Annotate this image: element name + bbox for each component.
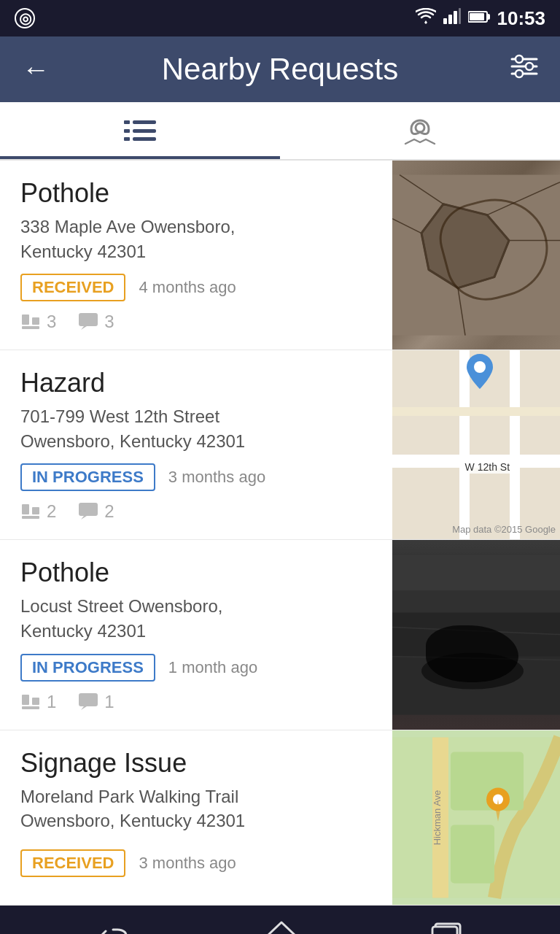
svg-rect-50 bbox=[392, 613, 560, 657]
svg-rect-38 bbox=[22, 504, 29, 514]
request-stats: 2 2 bbox=[20, 501, 372, 522]
svg-rect-13 bbox=[133, 120, 156, 124]
request-image: W 12th St Map data ©2015 Google bbox=[392, 350, 560, 539]
status-bar: ◎ 10:53 bbox=[0, 0, 560, 36]
request-title: Pothole bbox=[20, 557, 372, 588]
svg-rect-41 bbox=[79, 503, 98, 516]
request-image: Hickman Ave bbox=[392, 730, 560, 905]
wifi-icon bbox=[416, 8, 436, 28]
request-address: Moreland Park Walking TrailOwensboro, Ke… bbox=[20, 784, 372, 833]
svg-point-11 bbox=[526, 63, 533, 70]
filter-button[interactable] bbox=[510, 54, 538, 85]
status-badge: RECEIVED bbox=[20, 274, 125, 301]
request-item[interactable]: Pothole 338 Maple Ave Owensboro,Kentucky… bbox=[0, 161, 560, 350]
request-item[interactable]: Pothole Locust Street Owensboro,Kentucky… bbox=[0, 540, 560, 730]
request-image bbox=[392, 540, 560, 729]
back-nav-button[interactable] bbox=[96, 921, 132, 934]
svg-rect-49 bbox=[392, 591, 560, 613]
svg-rect-14 bbox=[133, 129, 156, 133]
back-button[interactable]: ← bbox=[22, 54, 50, 85]
tab-map[interactable] bbox=[280, 102, 560, 159]
svg-rect-20 bbox=[22, 314, 29, 325]
svg-rect-6 bbox=[470, 13, 484, 20]
request-title: Pothole bbox=[20, 178, 372, 209]
svg-point-42 bbox=[474, 361, 486, 373]
svg-rect-17 bbox=[124, 129, 130, 133]
svg-line-29 bbox=[458, 277, 494, 288]
request-address: 338 Maple Ave Owensboro,Kentucky 42301 bbox=[20, 215, 372, 263]
svg-rect-21 bbox=[32, 317, 39, 325]
svg-rect-24 bbox=[392, 175, 560, 336]
tab-list[interactable] bbox=[0, 102, 280, 159]
svg-point-51 bbox=[421, 653, 524, 690]
request-stats: 1 1 bbox=[20, 692, 372, 712]
tab-bar bbox=[0, 102, 560, 161]
comment-count: 1 bbox=[78, 692, 114, 712]
svg-line-28 bbox=[494, 241, 509, 277]
svg-rect-18 bbox=[124, 137, 130, 141]
vote-count: 2 bbox=[20, 501, 56, 522]
status-badge: IN PROGRESS bbox=[20, 463, 155, 491]
page-title: Nearby Requests bbox=[162, 52, 399, 87]
request-details: Pothole Locust Street Owensboro,Kentucky… bbox=[0, 540, 392, 729]
svg-rect-48 bbox=[392, 555, 560, 591]
request-meta: IN PROGRESS 3 months ago bbox=[20, 463, 372, 491]
request-item[interactable]: Signage Issue Moreland Park Walking Trai… bbox=[0, 730, 560, 906]
time-ago: 3 months ago bbox=[168, 468, 265, 487]
svg-rect-0 bbox=[443, 18, 447, 24]
vote-count: 1 bbox=[20, 692, 56, 712]
status-badge: IN PROGRESS bbox=[20, 654, 155, 682]
time-ago: 3 months ago bbox=[139, 854, 236, 873]
bottom-nav bbox=[0, 906, 560, 934]
svg-rect-22 bbox=[22, 326, 39, 329]
request-meta: RECEIVED 3 months ago bbox=[20, 849, 372, 877]
svg-rect-23 bbox=[79, 313, 98, 326]
svg-rect-45 bbox=[22, 706, 39, 709]
svg-point-12 bbox=[516, 70, 523, 77]
time-ago: 4 months ago bbox=[139, 278, 236, 297]
request-address: Locust Street Owensboro,Kentucky 42301 bbox=[20, 594, 372, 643]
battery-icon bbox=[468, 9, 490, 28]
comment-count: 3 bbox=[78, 312, 114, 332]
svg-rect-63 bbox=[432, 927, 457, 934]
request-stats: 3 3 bbox=[20, 312, 372, 332]
svg-rect-44 bbox=[32, 698, 39, 705]
svg-rect-46 bbox=[79, 693, 98, 706]
request-title: Hazard bbox=[20, 368, 372, 398]
svg-rect-16 bbox=[124, 120, 130, 124]
svg-point-10 bbox=[516, 55, 523, 63]
svg-rect-1 bbox=[448, 15, 452, 24]
request-details: Hazard 701-799 West 12th StreetOwensboro… bbox=[0, 350, 392, 539]
svg-rect-3 bbox=[459, 8, 461, 24]
svg-rect-5 bbox=[487, 14, 490, 20]
request-address: 701-799 West 12th StreetOwensboro, Kentu… bbox=[20, 404, 372, 453]
top-bar: ← Nearby Requests bbox=[0, 36, 560, 102]
svg-rect-43 bbox=[22, 695, 29, 705]
time-ago: 1 month ago bbox=[168, 658, 257, 677]
comment-count: 2 bbox=[78, 501, 114, 522]
request-details: Signage Issue Moreland Park Walking Trai… bbox=[0, 730, 392, 905]
request-meta: RECEIVED 4 months ago bbox=[20, 274, 372, 301]
recent-nav-button[interactable] bbox=[431, 921, 464, 934]
status-badge: RECEIVED bbox=[20, 849, 125, 877]
svg-line-27 bbox=[487, 215, 509, 241]
location-icon: ◎ bbox=[15, 8, 35, 28]
svg-rect-15 bbox=[133, 137, 156, 141]
svg-rect-2 bbox=[454, 11, 457, 24]
svg-text:Hickman Ave: Hickman Ave bbox=[432, 790, 443, 845]
request-details: Pothole 338 Maple Ave Owensboro,Kentucky… bbox=[0, 161, 392, 350]
svg-rect-39 bbox=[32, 507, 39, 514]
request-image bbox=[392, 161, 560, 350]
time-display: 10:53 bbox=[497, 7, 546, 30]
requests-list: Pothole 338 Maple Ave Owensboro,Kentucky… bbox=[0, 161, 560, 906]
request-item[interactable]: Hazard 701-799 West 12th StreetOwensboro… bbox=[0, 350, 560, 540]
request-meta: IN PROGRESS 1 month ago bbox=[20, 654, 372, 682]
svg-rect-58 bbox=[451, 825, 494, 883]
request-title: Signage Issue bbox=[20, 748, 372, 779]
svg-rect-40 bbox=[22, 516, 39, 519]
home-nav-button[interactable] bbox=[265, 919, 298, 934]
signal-icon bbox=[443, 8, 461, 28]
vote-count: 3 bbox=[20, 312, 56, 332]
